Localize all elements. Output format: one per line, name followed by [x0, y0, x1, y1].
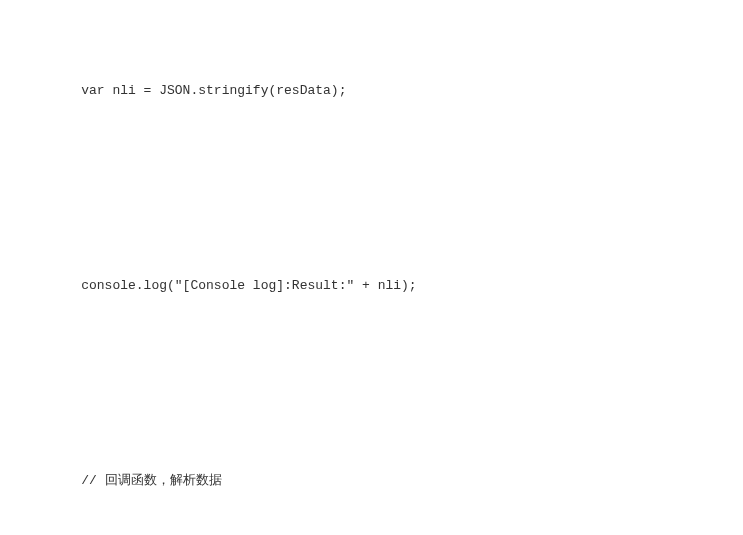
code-line: var nli = JSON.stringify(resData); — [50, 73, 743, 109]
code-line: // 回调函数，解析数据 — [50, 463, 743, 499]
code-line — [50, 377, 743, 390]
code-line — [50, 182, 743, 195]
code-block: var nli = JSON.stringify(resData); conso… — [0, 0, 743, 535]
code-line: console.log("[Console log]:Result:" + nl… — [50, 268, 743, 304]
